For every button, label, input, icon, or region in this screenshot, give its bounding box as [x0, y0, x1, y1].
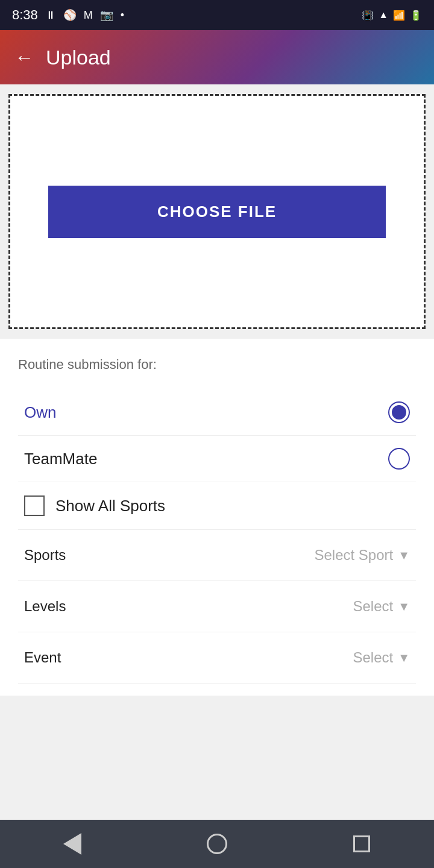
levels-value: Select — [353, 598, 394, 615]
signal-icon: 📶 — [393, 10, 405, 21]
sports-dropdown[interactable]: Select Sport ▼ — [314, 547, 410, 564]
sports-chevron-icon: ▼ — [398, 549, 410, 562]
teammate-radio-button[interactable] — [388, 448, 410, 470]
pause-icon: ⏸ — [45, 9, 56, 22]
baseball-icon: ⚾ — [63, 8, 77, 22]
show-all-sports-label: Show All Sports — [55, 497, 165, 515]
dot-icon: • — [121, 9, 124, 22]
recent-nav-icon — [353, 835, 370, 852]
own-radio-button[interactable] — [388, 401, 410, 423]
levels-chevron-icon: ▼ — [398, 600, 410, 614]
show-all-sports-checkbox[interactable] — [24, 495, 45, 516]
instagram-icon: 📷 — [100, 8, 113, 22]
teammate-radio-option[interactable]: TeamMate — [18, 436, 416, 482]
own-label: Own — [24, 403, 56, 422]
levels-label: Levels — [24, 598, 66, 615]
levels-dropdown-row: Levels Select ▼ — [18, 581, 416, 632]
sports-value: Select Sport — [314, 547, 393, 564]
back-nav-icon — [63, 833, 81, 855]
wifi-icon: ▲ — [379, 10, 388, 20]
event-dropdown[interactable]: Select ▼ — [353, 649, 410, 666]
own-radio-option[interactable]: Own — [18, 389, 416, 436]
back-button[interactable]: ← — [14, 46, 34, 69]
bottom-nav — [0, 820, 434, 868]
battery-icon: 🔋 — [410, 10, 422, 21]
home-nav-icon — [207, 834, 227, 854]
event-dropdown-row: Event Select ▼ — [18, 632, 416, 684]
status-right: 📳 ▲ 📶 🔋 — [362, 10, 422, 21]
show-all-sports-row[interactable]: Show All Sports — [18, 482, 416, 530]
event-chevron-icon: ▼ — [398, 651, 410, 665]
header: ← Upload — [0, 30, 434, 84]
nav-back-button[interactable] — [54, 826, 90, 862]
gmail-icon: M — [84, 9, 93, 22]
upload-dropzone: CHOOSE FILE — [8, 94, 426, 329]
page-title: Upload — [46, 46, 111, 69]
time: 8:38 — [12, 7, 38, 23]
sports-dropdown-row: Sports Select Sport ▼ — [18, 530, 416, 581]
status-bar: 8:38 ⏸ ⚾ M 📷 • 📳 ▲ 📶 🔋 — [0, 0, 434, 30]
teammate-label: TeamMate — [24, 450, 97, 468]
levels-dropdown[interactable]: Select ▼ — [353, 598, 410, 615]
vibrate-icon: 📳 — [362, 10, 374, 21]
nav-home-button[interactable] — [199, 826, 235, 862]
choose-file-button[interactable]: CHOOSE FILE — [48, 186, 386, 238]
status-left: 8:38 ⏸ ⚾ M 📷 • — [12, 7, 124, 23]
event-value: Select — [353, 649, 394, 666]
routine-label: Routine submission for: — [18, 357, 416, 373]
form-section: Routine submission for: Own TeamMate Sho… — [0, 339, 434, 696]
event-label: Event — [24, 649, 61, 666]
nav-recent-button[interactable] — [344, 826, 380, 862]
sports-label: Sports — [24, 547, 66, 564]
